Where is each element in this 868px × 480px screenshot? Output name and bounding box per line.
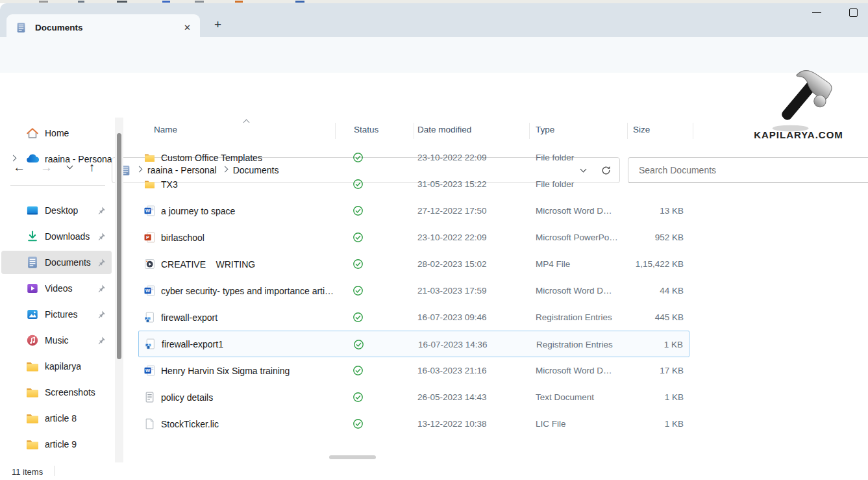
sort-ascending-indicator xyxy=(243,120,250,126)
sidebar-item-home[interactable]: Home xyxy=(1,121,112,145)
column-divider[interactable] xyxy=(693,123,693,139)
pin-icon xyxy=(96,310,106,320)
sync-check-icon xyxy=(353,365,364,376)
maximize-button[interactable] xyxy=(849,8,858,17)
sidebar-item-downloads[interactable]: Downloads xyxy=(1,225,112,248)
minimize-button[interactable] xyxy=(812,12,821,13)
status-bar: 11 items xyxy=(0,462,868,480)
column-divider[interactable] xyxy=(414,123,414,139)
sync-check-icon xyxy=(353,418,364,429)
table-row[interactable]: CREATIVE WRITING 28-02-2023 15:02 MP4 Fi… xyxy=(138,251,689,277)
pictures-icon xyxy=(26,308,39,321)
table-row[interactable]: birlaschool 23-10-2022 22:09 Microsoft P… xyxy=(138,224,689,251)
pin-icon xyxy=(96,206,106,216)
sync-check-icon xyxy=(353,205,364,216)
pin-icon xyxy=(96,336,106,346)
column-header-type[interactable]: Type xyxy=(536,125,554,134)
music-icon xyxy=(26,334,39,347)
videos-icon xyxy=(26,282,39,295)
column-header-size[interactable]: Size xyxy=(633,125,650,134)
sidebar-item-videos[interactable]: Videos xyxy=(1,277,112,300)
table-row-selected[interactable]: firewall-export1 16-07-2023 14:36 Regist… xyxy=(138,331,689,357)
registry-file-icon xyxy=(145,338,156,349)
column-header-date-modified[interactable]: Date modified xyxy=(417,125,471,134)
column-header-status[interactable]: Status xyxy=(354,125,378,134)
tab-title: Documents xyxy=(35,23,83,32)
text-document-icon xyxy=(144,392,155,403)
sync-check-icon xyxy=(353,312,364,323)
table-row[interactable]: policy details 26-05-2023 14:43 Text Doc… xyxy=(138,384,689,411)
sync-check-icon xyxy=(353,392,364,403)
hammer-watermark-image xyxy=(761,60,845,133)
table-row[interactable]: TX3 31-05-2023 15:22 File folder xyxy=(138,171,689,197)
column-header-name[interactable]: Name xyxy=(154,125,177,134)
table-row[interactable]: a journey to space 27-12-2022 17:50 Micr… xyxy=(138,197,689,224)
new-tab-button[interactable]: + xyxy=(214,18,221,32)
item-count: 11 items xyxy=(12,467,43,477)
sync-check-icon xyxy=(353,232,364,243)
folder-icon xyxy=(26,386,39,399)
sidebar-item-onedrive[interactable]: raaina - Persona xyxy=(1,147,112,171)
sync-check-icon xyxy=(353,152,364,163)
pin-icon xyxy=(96,232,106,242)
expand-chevron-icon[interactable] xyxy=(10,155,17,162)
pin-icon xyxy=(96,284,106,294)
table-row[interactable]: StockTicker.lic 13-12-2022 10:38 LIC Fil… xyxy=(138,411,689,437)
column-divider[interactable] xyxy=(529,123,530,139)
table-row[interactable]: Henry Harvin Six Sigma training 16-03-20… xyxy=(138,357,689,384)
sync-check-icon xyxy=(353,259,364,270)
sidebar-item-pictures[interactable]: Pictures xyxy=(1,303,112,326)
media-file-icon xyxy=(144,259,155,270)
folder-icon xyxy=(26,438,39,451)
tab-bar: Documents ✕ + xyxy=(0,3,868,37)
folder-icon xyxy=(144,179,155,190)
sidebar-divider xyxy=(10,185,105,186)
tab-documents[interactable]: Documents ✕ xyxy=(6,14,200,40)
registry-file-icon xyxy=(144,312,155,323)
onedrive-icon xyxy=(26,153,39,166)
status-divider xyxy=(55,466,55,476)
table-row[interactable]: firewall-export 16-07-2023 09:46 Registr… xyxy=(138,304,689,331)
table-row[interactable]: Custom Office Templates 23-10-2022 22:09… xyxy=(138,144,689,171)
horizontal-scrollbar-thumb[interactable] xyxy=(329,455,376,459)
folder-icon xyxy=(144,152,155,163)
sidebar-item-documents[interactable]: Documents xyxy=(1,251,112,274)
sidebar-item-screenshots[interactable]: Screenshots xyxy=(1,381,112,404)
tab-close-icon[interactable]: ✕ xyxy=(184,23,191,32)
sidebar-scrollbar-thumb[interactable] xyxy=(117,133,121,359)
folder-icon xyxy=(26,360,39,373)
sidebar-item-kapilarya[interactable]: kapilarya xyxy=(1,355,112,378)
sync-check-icon xyxy=(353,285,364,296)
home-icon xyxy=(26,127,39,140)
column-divider[interactable] xyxy=(335,123,336,139)
word-icon xyxy=(144,285,155,296)
watermark-text: KAPILARYA.COM xyxy=(747,129,850,140)
word-icon xyxy=(144,205,155,216)
table-row[interactable]: cyber security- types and importance art… xyxy=(138,277,689,304)
folder-icon xyxy=(26,412,39,425)
sync-check-icon xyxy=(353,179,364,190)
sidebar-item-music[interactable]: Music xyxy=(1,329,112,352)
document-icon xyxy=(16,22,27,33)
desktop-icon xyxy=(26,204,39,217)
sidebar-item-desktop[interactable]: Desktop xyxy=(1,199,112,222)
document-icon xyxy=(26,256,39,269)
sidebar-item-article-9[interactable]: article 9 xyxy=(1,433,112,456)
sync-check-icon xyxy=(353,339,364,350)
blank-file-icon xyxy=(144,418,155,429)
powerpoint-icon xyxy=(144,232,155,243)
sidebar-item-article-8[interactable]: article 8 xyxy=(1,407,112,430)
column-divider[interactable] xyxy=(627,123,628,139)
command-toolbar: New Sort View ••• OneDr xyxy=(0,37,868,73)
word-icon xyxy=(144,365,155,376)
pin-icon xyxy=(96,258,106,268)
navigation-row: ← → ↑ raaina - Personal Documents xyxy=(0,73,868,117)
downloads-icon xyxy=(26,230,39,243)
